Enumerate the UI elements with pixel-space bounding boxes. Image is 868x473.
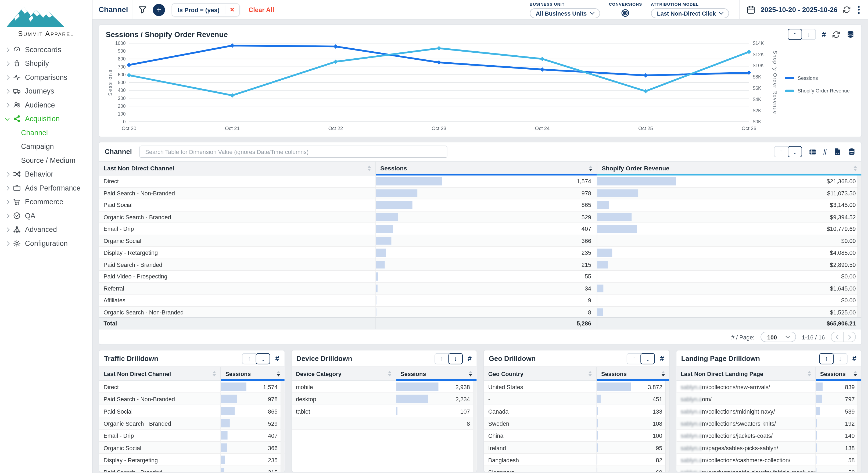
drilldown-row[interactable]: sablyn.cm/collections/jackets-coats/ 140 — [676, 430, 861, 442]
sort-asc-button[interactable]: ↑ — [435, 353, 449, 364]
table-row[interactable]: Email - Drip 407 $10,779.69 — [99, 223, 861, 235]
prev-page-button[interactable] — [831, 332, 843, 342]
number-format-icon[interactable]: # — [823, 148, 827, 156]
number-format-icon[interactable]: # — [822, 30, 826, 38]
drilldown-row[interactable]: Canada 133 — [484, 405, 669, 417]
csv-export-icon[interactable]: CSV — [833, 147, 841, 156]
drilldown-row[interactable]: sablyn.cm/products/seattle-slouchy-fairi… — [676, 466, 861, 472]
drilldown-row[interactable]: sablyn.cm/pages/sables-picks-sablyn/ 138 — [676, 442, 861, 454]
drilldown-row[interactable]: - 8 — [291, 417, 477, 430]
add-filter-button[interactable]: + — [153, 3, 165, 15]
sort-asc-button[interactable]: ↑ — [242, 353, 257, 364]
table-row[interactable]: Referral 34 $1,645.00 — [99, 283, 861, 294]
table-row[interactable]: Direct 1,574 $21,368.00 — [99, 176, 861, 187]
table-scrollbar[interactable] — [858, 381, 861, 472]
drilldown-row[interactable]: Paid Search - Branded 215 — [99, 466, 284, 472]
column-header-dimension[interactable]: Last Non Direct Landing Page — [676, 367, 815, 380]
sidebar-item-ads-performance[interactable]: Ads Performance — [0, 181, 92, 195]
column-header-sessions[interactable]: Sessions — [376, 161, 597, 175]
sort-desc-button[interactable]: ↓ — [833, 353, 847, 364]
drilldown-row[interactable]: - 451 — [484, 393, 669, 405]
sidebar-item-acquisition[interactable]: Acquisition — [0, 112, 92, 126]
sort-asc-button[interactable]: ↑ — [788, 29, 802, 40]
table-row[interactable]: Affiliates 9 $0.00 — [99, 294, 861, 306]
number-format-icon[interactable]: # — [468, 354, 472, 362]
column-header-channel[interactable]: Last Non Direct Channel — [99, 161, 376, 175]
brand-logo[interactable]: Summit Apparel — [0, 0, 92, 39]
drilldown-row[interactable]: Organic Search - Branded 529 — [99, 417, 284, 430]
sidebar-item-scorecards[interactable]: Scorecards — [0, 43, 92, 57]
table-row[interactable]: Display - Retargeting 235 $4,085.00 — [99, 247, 861, 259]
sidebar-subitem-source-medium[interactable]: Source / Medium — [0, 154, 92, 167]
sidebar-subitem-campaign[interactable]: Campaign — [0, 139, 92, 153]
table-row[interactable]: Paid Video - Prospecting 55 $0.00 — [99, 271, 861, 282]
table-view-icon[interactable] — [808, 148, 817, 156]
rows-per-page-select[interactable]: 100 — [761, 332, 796, 342]
filter-chip[interactable]: Is Prod = (yes) × — [172, 3, 240, 16]
drilldown-row[interactable]: Singapore 60 — [484, 466, 669, 472]
drilldown-row[interactable]: sablyn.cm/collections/sweaters-knits/ 19… — [676, 417, 861, 430]
drilldown-row[interactable]: Paid Search - Non-Branded 978 — [99, 393, 284, 405]
column-header-revenue[interactable]: Shopify Order Revenue — [597, 161, 862, 175]
column-header-sessions[interactable]: Sessions — [597, 367, 669, 380]
sidebar-item-audience[interactable]: Audience — [0, 98, 92, 112]
column-header-dimension[interactable]: Last Non Direct Channel — [99, 367, 221, 380]
drilldown-row[interactable]: Organic Social 366 — [99, 442, 284, 454]
sidebar-item-journeys[interactable]: Journeys — [0, 84, 92, 98]
data-source-icon[interactable] — [846, 30, 855, 39]
refresh-icon[interactable] — [832, 30, 840, 38]
calendar-icon[interactable] — [746, 5, 756, 14]
next-page-button[interactable] — [843, 332, 856, 342]
date-range-value[interactable]: 2025-10-20 - 2025-10-26 — [761, 6, 837, 14]
table-scrollbar[interactable] — [665, 381, 669, 472]
column-header-sessions[interactable]: Sessions — [221, 367, 284, 380]
sort-desc-button[interactable]: ↓ — [801, 29, 816, 40]
remove-filter-icon[interactable]: × — [224, 6, 239, 14]
drilldown-row[interactable]: tablet 107 — [291, 405, 477, 417]
drilldown-row[interactable]: Display - Retargeting 235 — [99, 454, 284, 466]
number-format-icon[interactable]: # — [852, 354, 857, 362]
drilldown-row[interactable]: China 100 — [484, 430, 669, 442]
filter-icon[interactable] — [138, 5, 147, 14]
drilldown-row[interactable]: sablyn.cm/collections/new-arrivals/ 839 — [676, 381, 861, 393]
sort-desc-button[interactable]: ↓ — [641, 353, 655, 364]
table-row[interactable]: Paid Social 865 $3,145.00 — [99, 199, 861, 211]
kebab-menu-icon[interactable] — [856, 5, 862, 15]
drilldown-row[interactable]: Email - Drip 407 — [99, 430, 284, 442]
drilldown-row[interactable]: Paid Social 865 — [99, 405, 284, 417]
sort-desc-button[interactable]: ↓ — [256, 353, 270, 364]
drilldown-row[interactable]: United States 3,872 — [484, 381, 669, 393]
sidebar-subitem-channel[interactable]: Channel — [0, 126, 92, 139]
table-scrollbar[interactable] — [858, 176, 861, 317]
drilldown-row[interactable]: Direct 1,574 — [99, 381, 284, 393]
sort-desc-button[interactable]: ↓ — [448, 353, 463, 364]
drilldown-row[interactable]: sablyn.com/ 797 — [676, 393, 861, 405]
column-header-sessions[interactable]: Sessions — [396, 367, 477, 380]
sidebar-item-advanced[interactable]: Advanced — [0, 223, 92, 236]
number-format-icon[interactable]: # — [275, 354, 279, 362]
sort-asc-button[interactable]: ↑ — [774, 146, 788, 157]
sidebar-item-shopify[interactable]: Shopify — [0, 57, 92, 70]
drilldown-row[interactable]: Sweden 108 — [484, 417, 669, 430]
column-header-dimension[interactable]: Device Category — [291, 367, 396, 380]
table-scrollbar[interactable] — [473, 381, 476, 472]
sort-asc-button[interactable]: ↑ — [627, 353, 641, 364]
drilldown-row[interactable]: sablyn.cm/collections/cashmere-collectio… — [676, 454, 861, 466]
table-row[interactable]: Organic Social 366 $0.00 — [99, 235, 861, 247]
column-header-sessions[interactable]: Sessions — [815, 367, 861, 380]
sidebar-item-behavior[interactable]: Behavior — [0, 167, 92, 181]
drilldown-row[interactable]: desktop 2,234 — [291, 393, 477, 405]
table-row[interactable]: Organic Search - Non-Branded 8 $1,525.00 — [99, 306, 861, 317]
refresh-icon[interactable] — [842, 6, 851, 14]
table-row[interactable]: Paid Search - Branded 215 $2,890.50 — [99, 259, 861, 271]
drilldown-row[interactable]: mobile 2,938 — [291, 381, 477, 393]
column-header-dimension[interactable]: Geo Country — [484, 367, 597, 380]
sidebar-item-comparisons[interactable]: Comparisons — [0, 70, 92, 84]
clear-all-button[interactable]: Clear All — [249, 6, 274, 13]
table-row[interactable]: Organic Search - Branded 529 $9,394.52 — [99, 211, 861, 223]
attribution-select[interactable]: Last Non-Direct Click — [651, 8, 729, 18]
sidebar-item-configuration[interactable]: Configuration — [0, 236, 92, 250]
table-row[interactable]: Paid Search - Non-Branded 978 $11,073.50 — [99, 187, 861, 199]
data-source-icon[interactable] — [847, 147, 856, 156]
drilldown-row[interactable]: sablyn.cm/collections/midnight-navy/ 539 — [676, 405, 861, 417]
